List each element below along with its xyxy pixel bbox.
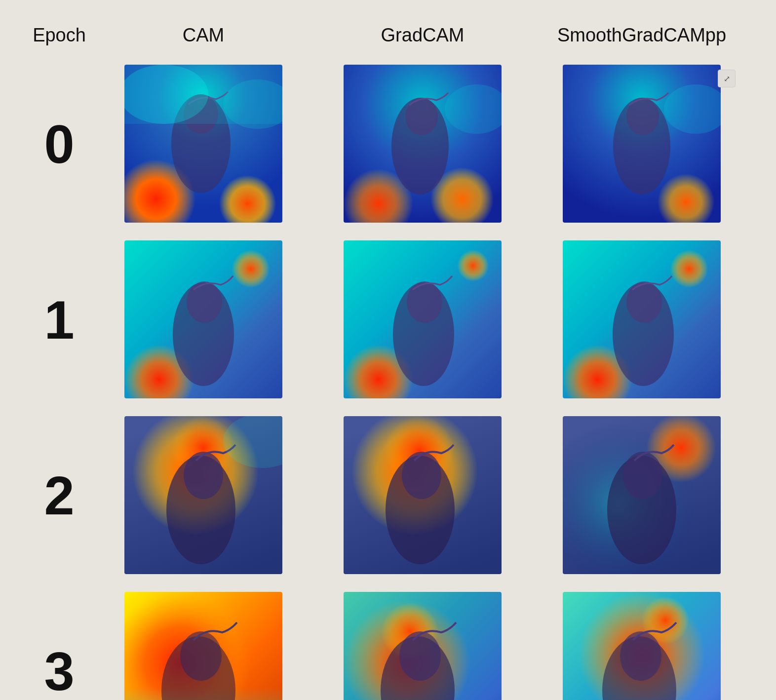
svg-point-54	[180, 631, 222, 681]
epoch-header: Epoch	[25, 20, 94, 56]
epoch-0-cam-image	[124, 65, 282, 223]
epoch-3-smoothgradcampp-cell	[532, 583, 751, 700]
svg-point-64	[620, 631, 661, 681]
epoch-2-gradcam-cell	[313, 407, 532, 583]
svg-point-33	[626, 281, 662, 323]
epoch-3-cam-image	[124, 592, 282, 700]
epoch-2-cam-cell	[94, 407, 313, 583]
epoch-0-cam-cell	[94, 56, 313, 232]
smoothgradcampp-header: SmoothGradCAMpp	[532, 20, 751, 56]
epoch-0-label: 0	[25, 56, 94, 232]
epoch-0-smoothgradcampp-image	[563, 65, 721, 223]
epoch-1-cam-image	[124, 240, 282, 398]
epoch-3-gradcam-cell	[313, 583, 532, 700]
svg-point-23	[187, 281, 222, 323]
epoch-1-label: 1	[25, 232, 94, 407]
expand-button[interactable]: ⤢	[718, 70, 736, 87]
svg-point-28	[407, 281, 442, 323]
epoch-2-smoothgradcampp-image	[563, 416, 721, 574]
svg-point-44	[402, 452, 441, 499]
epoch-0-gradcam-cell	[313, 56, 532, 232]
epoch-0-gradcam-image	[344, 65, 502, 223]
epoch-3-smoothgradcampp-image	[563, 592, 721, 700]
epoch-1-smoothgradcampp-image	[563, 240, 721, 398]
svg-point-49	[623, 452, 662, 499]
epoch-1-smoothgradcampp-cell	[532, 232, 751, 407]
epoch-1-gradcam-cell	[313, 232, 532, 407]
svg-point-59	[399, 631, 441, 681]
epoch-2-label: 2	[25, 407, 94, 583]
epoch-2-cam-image	[124, 416, 282, 574]
epoch-1-cam-cell	[94, 232, 313, 407]
epoch-1-gradcam-image	[344, 240, 502, 398]
epoch-2-gradcam-image	[344, 416, 502, 574]
epoch-3-cam-cell	[94, 583, 313, 700]
epoch-3-label: 3	[25, 583, 94, 700]
svg-rect-7	[124, 65, 282, 124]
svg-point-38	[184, 452, 223, 499]
svg-point-12	[405, 98, 438, 135]
gradcam-header: GradCAM	[313, 20, 532, 56]
epoch-2-smoothgradcampp-cell	[532, 407, 751, 583]
cam-header: CAM	[94, 20, 313, 56]
main-grid: Epoch CAM GradCAM SmoothGradCAMpp 0	[10, 10, 766, 700]
epoch-0-smoothgradcampp-cell: ⤢	[532, 56, 751, 232]
epoch-3-gradcam-image	[344, 592, 502, 700]
